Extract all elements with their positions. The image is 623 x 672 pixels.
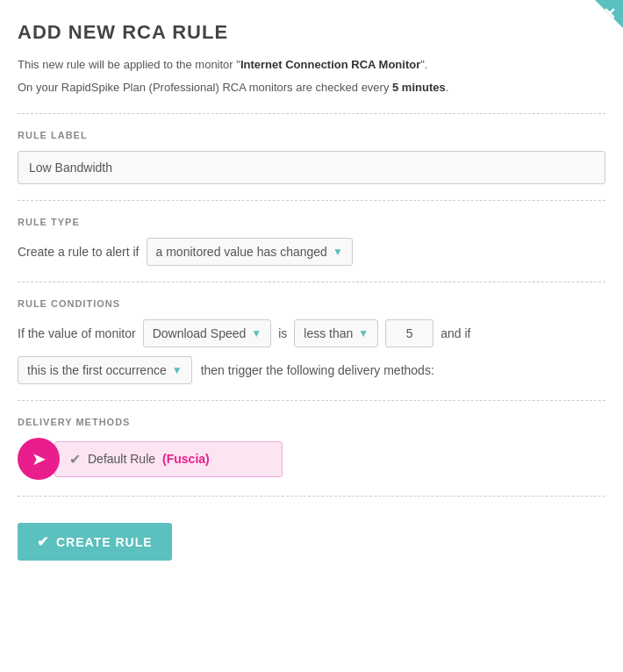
trigger-label: then trigger the following delivery meth… <box>201 363 434 377</box>
divider-4 <box>18 400 605 401</box>
is-label: is <box>278 326 287 340</box>
description-prefix: This new rule will be applied to the mon… <box>18 58 240 71</box>
delivery-label-box[interactable]: ✔ Default Rule (Fuscia) <box>54 441 283 477</box>
rule-type-section: RULE TYPE Create a rule to alert if a mo… <box>18 217 605 266</box>
delivery-item: ➤ ✔ Default Rule (Fuscia) <box>18 438 605 480</box>
rule-label-section: RULE LABEL <box>18 130 605 184</box>
rule-type-dropdown-value: a monitored value has changed <box>156 245 327 259</box>
chevron-down-icon-condition: ▼ <box>358 327 369 340</box>
send-arrow-icon: ➤ <box>32 448 47 469</box>
delivery-methods-section: DELIVERY METHODS ➤ ✔ Default Rule (Fusci… <box>18 417 605 480</box>
divider-3 <box>18 282 605 282</box>
monitor-dropdown-value: Download Speed <box>153 326 247 340</box>
rule-conditions-heading: RULE CONDITIONS <box>18 298 605 309</box>
delivery-methods-heading: DELIVERY METHODS <box>18 417 605 427</box>
delivery-rule-name: Default Rule <box>88 452 155 466</box>
send-icon: ➤ <box>18 438 60 480</box>
bottom-section: ✔ CREATE RULE <box>18 514 605 561</box>
conditions-prefix: If the value of monitor <box>18 326 136 340</box>
conditions-row-1: If the value of monitor Download Speed ▼… <box>18 319 605 347</box>
create-rule-label: CREATE RULE <box>56 535 153 549</box>
divider-1 <box>18 113 605 114</box>
delivery-rule-color: (Fuscia) <box>162 452 210 466</box>
occurrence-row: this is the first occurrence ▼ then trig… <box>18 356 605 384</box>
monitor-dropdown[interactable]: Download Speed ▼ <box>143 319 272 347</box>
plan-interval: 5 minutes <box>392 81 446 94</box>
rule-label-heading: RULE LABEL <box>18 130 605 140</box>
plan-info: On your RapidSpike Plan (Professional) R… <box>18 79 605 97</box>
condition-value-input[interactable] <box>385 319 433 347</box>
condition-dropdown[interactable]: less than ▼ <box>294 319 378 347</box>
rule-type-row: Create a rule to alert if a monitored va… <box>18 238 605 266</box>
plan-info-prefix: On your RapidSpike Plan (Professional) R… <box>18 81 392 94</box>
and-if-label: and if <box>440 326 470 340</box>
chevron-down-icon: ▼ <box>333 246 343 258</box>
rule-conditions-section: RULE CONDITIONS If the value of monitor … <box>18 298 605 384</box>
divider-5 <box>18 496 605 497</box>
plan-info-suffix: . <box>446 81 449 94</box>
chevron-down-icon-monitor: ▼ <box>251 327 261 340</box>
description: This new rule will be applied to the mon… <box>18 56 605 74</box>
occurrence-dropdown[interactable]: this is the first occurrence ▼ <box>18 356 192 384</box>
chevron-down-icon-occurrence: ▼ <box>172 364 183 376</box>
condition-dropdown-value: less than <box>304 326 353 340</box>
divider-2 <box>18 200 605 201</box>
description-suffix: ". <box>420 58 427 71</box>
rule-type-prefix: Create a rule to alert if <box>18 245 140 259</box>
create-rule-check-icon: ✔ <box>37 533 49 550</box>
rule-type-heading: RULE TYPE <box>18 217 605 227</box>
rule-label-input[interactable] <box>18 151 605 184</box>
rule-type-dropdown[interactable]: a monitored value has changed ▼ <box>147 238 353 266</box>
main-container: ✕ ADD NEW RCA RULE This new rule will be… <box>0 0 623 578</box>
create-rule-button[interactable]: ✔ CREATE RULE <box>18 523 172 561</box>
check-icon: ✔ <box>69 451 81 468</box>
page-title: ADD NEW RCA RULE <box>18 21 605 44</box>
monitor-name: Internet Connection RCA Monitor <box>240 58 420 71</box>
occurrence-dropdown-value: this is the first occurrence <box>27 363 167 377</box>
